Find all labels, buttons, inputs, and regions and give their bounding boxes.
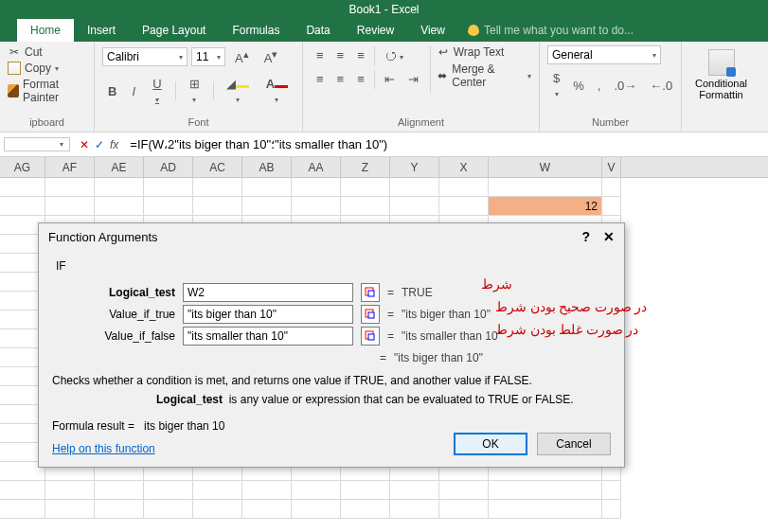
name-box[interactable]: ▾ bbox=[4, 137, 70, 151]
cell[interactable] bbox=[439, 197, 489, 216]
tab-review[interactable]: Review bbox=[344, 19, 407, 42]
cell[interactable] bbox=[439, 500, 489, 519]
cell[interactable] bbox=[45, 197, 95, 216]
col-header-V[interactable]: V bbox=[602, 157, 621, 177]
cell[interactable] bbox=[292, 500, 341, 519]
enter-formula-icon[interactable]: ✓ bbox=[95, 138, 104, 151]
cell[interactable] bbox=[242, 481, 292, 500]
col-header-AG[interactable]: AG bbox=[0, 157, 45, 177]
col-header-AB[interactable]: AB bbox=[242, 157, 292, 177]
cell[interactable] bbox=[439, 178, 489, 197]
decrease-decimal-button[interactable]: ←.0 bbox=[644, 76, 678, 96]
orientation-button[interactable]: ⭯ ▾ bbox=[379, 45, 410, 65]
font-color-button[interactable]: A ▾ bbox=[259, 74, 295, 108]
format-painter-button[interactable]: Format Painter bbox=[8, 78, 86, 104]
collapse-dialog-button-3[interactable] bbox=[361, 327, 380, 346]
cell[interactable] bbox=[602, 178, 621, 197]
copy-button[interactable]: Copy ▾ bbox=[8, 62, 86, 75]
cell[interactable] bbox=[489, 178, 602, 197]
decrease-indent-button[interactable]: ⇤ bbox=[379, 69, 401, 89]
arg-input-logical-test[interactable] bbox=[183, 283, 353, 302]
increase-indent-button[interactable]: ⇥ bbox=[402, 69, 424, 89]
cell[interactable] bbox=[193, 178, 242, 197]
cell[interactable] bbox=[242, 197, 292, 216]
increase-font-button[interactable]: A▴ bbox=[229, 45, 255, 68]
border-button[interactable]: ⊞ ▾ bbox=[182, 74, 207, 108]
comma-button[interactable]: , bbox=[592, 76, 607, 96]
cell[interactable] bbox=[144, 178, 193, 197]
tab-home[interactable]: Home bbox=[17, 19, 74, 42]
col-header-AF[interactable]: AF bbox=[45, 157, 95, 177]
cell[interactable] bbox=[602, 500, 621, 519]
col-header-AA[interactable]: AA bbox=[292, 157, 341, 177]
cell[interactable] bbox=[390, 500, 439, 519]
align-right-button[interactable]: ≡ bbox=[351, 69, 370, 89]
arg-input-value-if-true[interactable] bbox=[183, 305, 353, 324]
cell[interactable] bbox=[390, 481, 439, 500]
cell[interactable] bbox=[390, 197, 439, 216]
col-header-AD[interactable]: AD bbox=[144, 157, 193, 177]
cell[interactable] bbox=[292, 197, 341, 216]
cell[interactable] bbox=[95, 500, 144, 519]
cell[interactable] bbox=[341, 500, 390, 519]
cancel-formula-icon[interactable]: ✕ bbox=[80, 138, 89, 151]
ok-button[interactable]: OK bbox=[454, 433, 527, 455]
insert-function-icon[interactable]: fx bbox=[110, 138, 118, 151]
dialog-close-icon[interactable]: ✕ bbox=[603, 229, 615, 244]
cell[interactable] bbox=[95, 178, 144, 197]
cell[interactable] bbox=[390, 178, 439, 197]
cell[interactable] bbox=[95, 481, 144, 500]
collapse-dialog-button-1[interactable] bbox=[361, 283, 380, 302]
cell[interactable] bbox=[0, 500, 45, 519]
cell[interactable] bbox=[45, 481, 95, 500]
cell[interactable] bbox=[144, 481, 193, 500]
cell[interactable] bbox=[0, 481, 45, 500]
cell[interactable] bbox=[193, 481, 242, 500]
collapse-dialog-button-2[interactable] bbox=[361, 305, 380, 324]
tab-insert[interactable]: Insert bbox=[74, 19, 129, 42]
cell[interactable] bbox=[341, 178, 390, 197]
merge-center-button[interactable]: ⬌Merge & Center ▾ bbox=[437, 62, 531, 89]
help-on-function-link[interactable]: Help on this function bbox=[52, 442, 155, 455]
decrease-font-button[interactable]: A▾ bbox=[259, 45, 284, 68]
cell[interactable] bbox=[292, 178, 341, 197]
col-header-X[interactable]: X bbox=[439, 157, 489, 177]
tab-view[interactable]: View bbox=[407, 19, 458, 42]
number-format-combo[interactable]: General▾ bbox=[547, 45, 661, 64]
cell[interactable] bbox=[144, 197, 193, 216]
cell[interactable] bbox=[341, 197, 390, 216]
cell[interactable] bbox=[602, 481, 621, 500]
align-center-button[interactable]: ≡ bbox=[331, 69, 350, 89]
tell-me-box[interactable]: Tell me what you want to do... bbox=[458, 19, 643, 42]
underline-button[interactable]: U ▾ bbox=[145, 74, 170, 108]
increase-decimal-button[interactable]: .0→ bbox=[608, 76, 642, 96]
fill-color-button[interactable]: ◢ ▾ bbox=[220, 74, 256, 108]
tab-data[interactable]: Data bbox=[293, 19, 343, 42]
cell[interactable] bbox=[144, 500, 193, 519]
align-left-button[interactable]: ≡ bbox=[311, 69, 330, 89]
align-middle-button[interactable]: ≡ bbox=[331, 45, 350, 65]
cell[interactable] bbox=[439, 481, 489, 500]
accounting-format-button[interactable]: $ ▾ bbox=[547, 68, 565, 102]
font-size-combo[interactable]: 11▾ bbox=[191, 47, 225, 66]
cell[interactable] bbox=[45, 178, 95, 197]
arg-input-value-if-false[interactable] bbox=[183, 327, 353, 346]
col-header-W[interactable]: W bbox=[489, 157, 602, 177]
cell[interactable] bbox=[292, 481, 341, 500]
cell[interactable] bbox=[489, 481, 602, 500]
cut-button[interactable]: ✂Cut bbox=[8, 45, 86, 59]
cell[interactable] bbox=[193, 197, 242, 216]
cell[interactable] bbox=[95, 197, 144, 216]
cell[interactable]: 12 bbox=[489, 197, 602, 216]
conditional-formatting-button[interactable]: Conditional Formattin bbox=[689, 45, 753, 104]
percent-button[interactable]: % bbox=[567, 76, 590, 96]
cell[interactable] bbox=[602, 197, 621, 216]
tab-page-layout[interactable]: Page Layout bbox=[129, 19, 219, 42]
font-name-combo[interactable]: Calibri▾ bbox=[102, 47, 188, 66]
col-header-Z[interactable]: Z bbox=[341, 157, 390, 177]
cell[interactable] bbox=[193, 500, 242, 519]
italic-button[interactable]: I bbox=[126, 81, 141, 101]
cell[interactable] bbox=[45, 500, 95, 519]
cell[interactable] bbox=[0, 197, 45, 216]
cell[interactable] bbox=[242, 178, 292, 197]
